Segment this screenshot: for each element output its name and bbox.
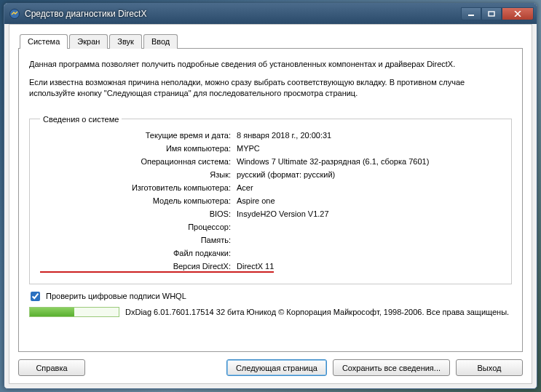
help-button[interactable]: Справка xyxy=(18,359,85,376)
sysinfo-row: Память: xyxy=(40,236,501,249)
sysinfo-row: Модель компьютера:Aspire one xyxy=(40,196,501,209)
sysinfo-value: DirectX 11 xyxy=(237,262,274,273)
sysinfo-value: Windows 7 Ultimate 32-разрядная (6.1, сб… xyxy=(237,157,429,166)
sysinfo-row: Текущие время и дата:8 января 2018 г., 2… xyxy=(40,131,501,144)
svg-rect-2 xyxy=(489,12,494,16)
sysinfo-label: Память: xyxy=(40,236,237,244)
sysinfo-label: Файл подкачки: xyxy=(40,249,237,257)
whql-check-row[interactable]: Проверить цифровые подписи WHQL xyxy=(29,292,512,301)
tab-panel: Данная программа позволяет получить подр… xyxy=(18,48,523,352)
sysinfo-value: 8 января 2018 г., 20:00:31 xyxy=(237,131,331,140)
exit-button[interactable]: Выход xyxy=(456,359,523,376)
intro-paragraph-1: Данная программа позволяет получить подр… xyxy=(29,59,512,70)
sysinfo-label: Версия DirectX: xyxy=(40,262,237,273)
sysinfo-row: Операционная система:Windows 7 Ultimate … xyxy=(40,157,501,170)
whql-label: Проверить цифровые подписи WHQL xyxy=(46,292,186,300)
sysinfo-label: Имя компьютера: xyxy=(40,144,237,153)
client-area: Система Экран Звук Ввод Данная программа… xyxy=(9,24,532,384)
maximize-button[interactable] xyxy=(481,7,502,20)
sysinfo-label: Изготовитель компьютера: xyxy=(40,183,237,192)
tab-display[interactable]: Экран xyxy=(69,34,108,49)
svg-rect-1 xyxy=(468,15,474,16)
sysinfo-label: Операционная система: xyxy=(40,157,237,166)
sysinfo-value: русский (формат: русский) xyxy=(237,170,335,179)
system-info-group: Сведения о системе Текущие время и дата:… xyxy=(29,115,512,284)
sysinfo-row: Версия DirectX:DirectX 11 xyxy=(40,262,501,275)
dxdiag-window: Средство диагностики DirectX Система Экр… xyxy=(4,3,537,389)
sysinfo-row: Процессор: xyxy=(40,223,501,236)
sysinfo-label: Язык: xyxy=(40,170,237,179)
whql-checkbox[interactable] xyxy=(31,292,40,301)
sysinfo-value: MYPC xyxy=(237,144,260,153)
tab-bar: Система Экран Звук Ввод xyxy=(18,33,523,48)
app-icon xyxy=(9,8,20,20)
sysinfo-row: Язык:русский (формат: русский) xyxy=(40,170,501,183)
next-page-button[interactable]: Следующая страница xyxy=(226,359,327,376)
sysinfo-row: BIOS:InsydeH2O Version V1.27 xyxy=(40,209,501,223)
save-all-button[interactable]: Сохранить все сведения... xyxy=(333,359,450,376)
sysinfo-value: InsydeH2O Version V1.27 xyxy=(237,209,329,218)
sysinfo-value: Acer xyxy=(237,183,253,192)
svg-point-0 xyxy=(10,9,20,19)
tab-input[interactable]: Ввод xyxy=(143,34,178,49)
sysinfo-label: Процессор: xyxy=(40,223,237,231)
minimize-button[interactable] xyxy=(461,7,481,20)
intro-paragraph-2: Если известна возможная причина неполадк… xyxy=(29,77,512,99)
sysinfo-row: Изготовитель компьютера:Acer xyxy=(40,183,501,196)
sysinfo-label: Модель компьютера: xyxy=(40,196,237,205)
window-title: Средство диагностики DirectX xyxy=(25,9,461,19)
sysinfo-row: Имя компьютера:MYPC xyxy=(40,144,501,157)
tab-sound[interactable]: Звук xyxy=(109,34,142,49)
status-row: DxDiag 6.01.7601.17514 32 бита Юникод © … xyxy=(29,307,512,317)
system-info-legend: Сведения о системе xyxy=(40,115,122,124)
sysinfo-row: Файл подкачки: xyxy=(40,249,501,262)
close-button[interactable] xyxy=(502,7,534,20)
progress-bar xyxy=(29,307,119,317)
status-text: DxDiag 6.01.7601.17514 32 бита Юникод © … xyxy=(125,308,509,316)
titlebar[interactable]: Средство диагностики DirectX xyxy=(4,4,537,24)
button-bar: Справка Следующая страница Сохранить все… xyxy=(18,352,523,376)
sysinfo-value: Aspire one xyxy=(237,196,275,205)
sysinfo-label: Текущие время и дата: xyxy=(40,131,237,140)
sysinfo-label: BIOS: xyxy=(40,209,237,218)
intro-text: Данная программа позволяет получить подр… xyxy=(29,59,512,106)
tab-system[interactable]: Система xyxy=(20,34,68,49)
